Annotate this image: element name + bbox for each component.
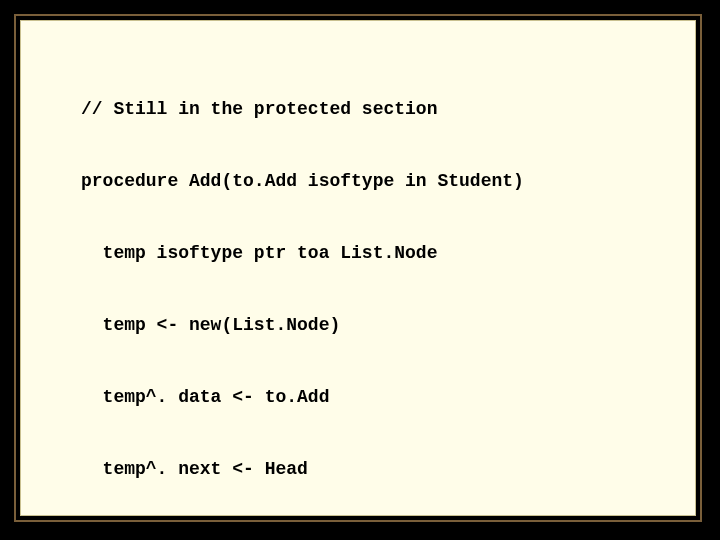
code-block: // Still in the protected section proced… [81,49,695,540]
code-line: temp^. data <- to.Add [81,385,695,409]
code-line: Head <- temp [81,529,695,540]
slide-outer-frame: // Still in the protected section proced… [14,14,702,522]
code-line: // Still in the protected section [81,97,695,121]
code-line: temp <- new(List.Node) [81,313,695,337]
code-line: temp^. next <- Head [81,457,695,481]
code-line: temp isoftype ptr toa List.Node [81,241,695,265]
code-line: procedure Add(to.Add isoftype in Student… [81,169,695,193]
slide-inner-frame: // Still in the protected section proced… [20,20,696,516]
